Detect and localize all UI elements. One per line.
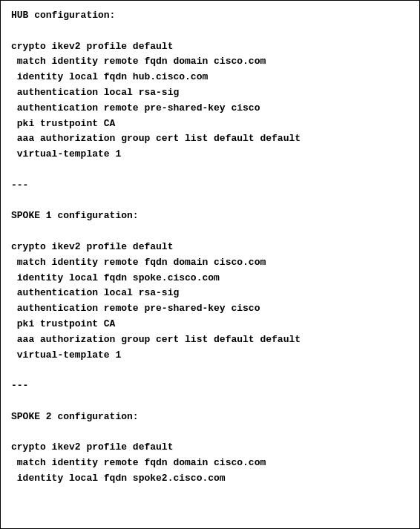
config-text: HUB configuration: crypto ikev2 profile … bbox=[11, 8, 409, 487]
config-container: HUB configuration: crypto ikev2 profile … bbox=[0, 0, 420, 529]
